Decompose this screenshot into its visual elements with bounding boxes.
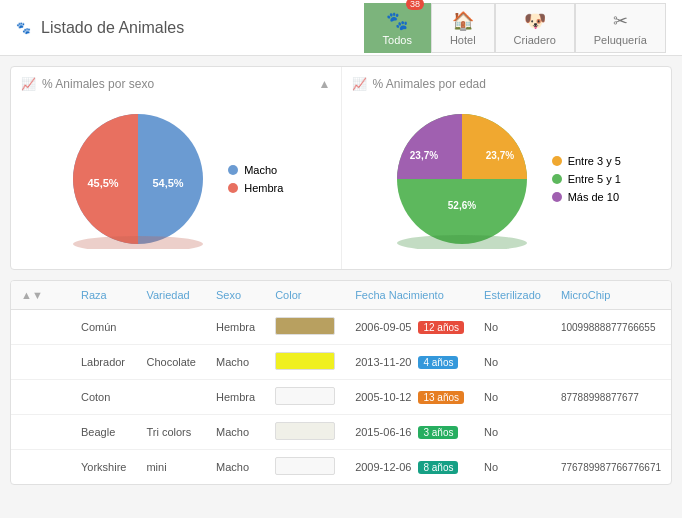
chart-sex-title: % Animales por sexo bbox=[42, 77, 154, 91]
svg-text:23,7%: 23,7% bbox=[409, 150, 437, 161]
nav-tabs: 38 🐾 Todos 🏠 Hotel 🐶 Criadero ✂ Peluquer… bbox=[364, 3, 666, 53]
svg-point-1 bbox=[73, 236, 203, 249]
chart-age-icon: 📈 bbox=[352, 77, 367, 91]
col-microchip[interactable]: MicroChip bbox=[551, 281, 671, 310]
color-swatch bbox=[275, 352, 335, 370]
hotel-label: Hotel bbox=[450, 34, 476, 46]
color-swatch bbox=[275, 387, 335, 405]
age-badge: 8 años bbox=[418, 461, 458, 474]
todos-label: Todos bbox=[383, 34, 412, 46]
macho-dot bbox=[228, 165, 238, 175]
cell-sexo: Macho bbox=[206, 450, 265, 485]
charts-section: 📈 % Animales por sexo ▲ bbox=[10, 66, 672, 270]
cell-raza: Beagle bbox=[71, 415, 136, 450]
age1-dot bbox=[552, 156, 562, 166]
tab-criadero[interactable]: 🐶 Criadero bbox=[495, 3, 575, 53]
svg-text:45,5%: 45,5% bbox=[88, 177, 119, 189]
chart-sex-collapse-icon[interactable]: ▲ bbox=[319, 77, 331, 91]
macho-label: Macho bbox=[244, 164, 277, 176]
header-logo-icon: 🐾 bbox=[16, 21, 31, 35]
age2-label: Entre 5 y 1 bbox=[568, 173, 621, 185]
cell-variedad bbox=[136, 380, 206, 415]
cell-raza: Yorkshire bbox=[71, 450, 136, 485]
legend-age3: Más de 10 bbox=[552, 191, 621, 203]
chart-age: 📈 % Animales por edad bbox=[342, 67, 672, 269]
svg-text:52,6%: 52,6% bbox=[447, 200, 475, 211]
cell-variedad: Tri colors bbox=[136, 415, 206, 450]
svg-text:54,5%: 54,5% bbox=[153, 177, 184, 189]
chart-age-title: % Animales por edad bbox=[373, 77, 486, 91]
svg-text:23,7%: 23,7% bbox=[485, 150, 513, 161]
hotel-icon: 🏠 bbox=[452, 10, 474, 32]
table-body: Común Hembra 2006-09-05 12 años No 10099… bbox=[11, 310, 671, 485]
chart-sex-body: 45,5% 54,5% Macho Hembra bbox=[21, 99, 331, 259]
chart-age-header: 📈 % Animales por edad bbox=[352, 77, 662, 91]
chart-age-legend: Entre 3 y 5 Entre 5 y 1 Más de 10 bbox=[552, 155, 621, 203]
animals-table-section: ▲▼ Raza Variedad Sexo Color Fecha Nacimi… bbox=[10, 280, 672, 485]
tab-hotel[interactable]: 🏠 Hotel bbox=[431, 3, 495, 53]
criadero-icon: 🐶 bbox=[524, 10, 546, 32]
peluqueria-icon: ✂ bbox=[613, 10, 628, 32]
peluqueria-label: Peluquería bbox=[594, 34, 647, 46]
cell-id bbox=[11, 345, 71, 380]
cell-esterilizado: No bbox=[474, 310, 551, 345]
age3-dot bbox=[552, 192, 562, 202]
tab-todos[interactable]: 38 🐾 Todos bbox=[364, 3, 431, 53]
cell-esterilizado: No bbox=[474, 415, 551, 450]
cell-microchip: 776789987766776671 bbox=[551, 450, 671, 485]
col-variedad[interactable]: Variedad bbox=[136, 281, 206, 310]
cell-microchip bbox=[551, 415, 671, 450]
cell-microchip: 10099888877766655 bbox=[551, 310, 671, 345]
col-fecha[interactable]: Fecha Nacimiento bbox=[345, 281, 474, 310]
table-row: Yorkshire mini Macho 2009-12-06 8 años N… bbox=[11, 450, 671, 485]
chart-sex-title-area: 📈 % Animales por sexo bbox=[21, 77, 154, 91]
col-color[interactable]: Color bbox=[265, 281, 345, 310]
col-sexo[interactable]: Sexo bbox=[206, 281, 265, 310]
color-swatch bbox=[275, 317, 335, 335]
age-badge: 13 años bbox=[418, 391, 464, 404]
chart-sex: 📈 % Animales por sexo ▲ bbox=[11, 67, 342, 269]
criadero-label: Criadero bbox=[514, 34, 556, 46]
legend-hembra: Hembra bbox=[228, 182, 283, 194]
cell-sexo: Macho bbox=[206, 345, 265, 380]
header: 🐾 Listado de Animales 38 🐾 Todos 🏠 Hotel… bbox=[0, 0, 682, 56]
cell-fecha: 2005-10-12 13 años bbox=[345, 380, 474, 415]
age-badge: 12 años bbox=[418, 321, 464, 334]
table-row: Común Hembra 2006-09-05 12 años No 10099… bbox=[11, 310, 671, 345]
cell-sexo: Macho bbox=[206, 415, 265, 450]
pie-sex-svg: 45,5% 54,5% bbox=[68, 109, 208, 249]
cell-id bbox=[11, 450, 71, 485]
legend-macho: Macho bbox=[228, 164, 283, 176]
cell-esterilizado: No bbox=[474, 380, 551, 415]
color-swatch bbox=[275, 457, 335, 475]
table-row: Coton Hembra 2005-10-12 13 años No 87788… bbox=[11, 380, 671, 415]
todos-icon: 🐾 bbox=[386, 10, 408, 32]
cell-id bbox=[11, 380, 71, 415]
cell-sexo: Hembra bbox=[206, 310, 265, 345]
cell-esterilizado: No bbox=[474, 345, 551, 380]
chart-sex-icon: 📈 bbox=[21, 77, 36, 91]
col-esterilizado[interactable]: Esterilizado bbox=[474, 281, 551, 310]
age-badge: 4 años bbox=[418, 356, 458, 369]
animals-table: ▲▼ Raza Variedad Sexo Color Fecha Nacimi… bbox=[11, 281, 671, 484]
cell-raza: Coton bbox=[71, 380, 136, 415]
cell-microchip bbox=[551, 345, 671, 380]
cell-esterilizado: No bbox=[474, 450, 551, 485]
col-name[interactable]: ▲▼ bbox=[11, 281, 71, 310]
chart-age-body: 23,7% 52,6% 23,7% Entre 3 y 5 Entre 5 y … bbox=[352, 99, 662, 259]
cell-color bbox=[265, 345, 345, 380]
cell-raza: Labrador bbox=[71, 345, 136, 380]
table-row: Labrador Chocolate Macho 2013-11-20 4 añ… bbox=[11, 345, 671, 380]
cell-variedad: mini bbox=[136, 450, 206, 485]
cell-raza: Común bbox=[71, 310, 136, 345]
cell-microchip: 87788998877677 bbox=[551, 380, 671, 415]
tab-peluqueria[interactable]: ✂ Peluquería bbox=[575, 3, 666, 53]
pie-age-svg: 23,7% 52,6% 23,7% bbox=[392, 109, 532, 249]
col-raza[interactable]: Raza bbox=[71, 281, 136, 310]
cell-color bbox=[265, 415, 345, 450]
age-badge: 3 años bbox=[418, 426, 458, 439]
legend-age1: Entre 3 y 5 bbox=[552, 155, 621, 167]
cell-id bbox=[11, 415, 71, 450]
age3-label: Más de 10 bbox=[568, 191, 619, 203]
page-title: Listado de Animales bbox=[41, 19, 364, 37]
